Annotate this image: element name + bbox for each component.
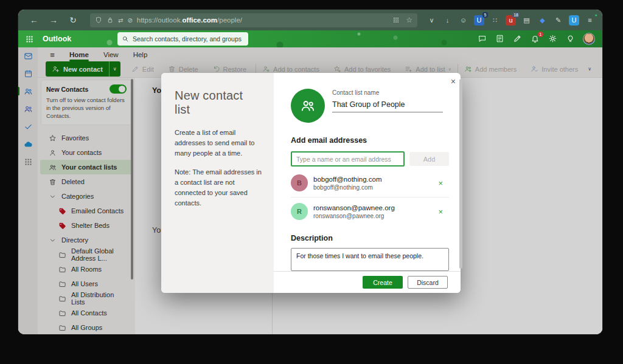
ublock-lite-icon[interactable]: U5 [474, 15, 484, 26]
new-contact-list-dialog: New contact list Create a list of email … [161, 73, 461, 293]
dialog-title: New contact list [175, 89, 262, 117]
browser-toolbar: ← → ↻ ⇄ ⊘ https://outlook.office.com/peo… [18, 10, 602, 30]
containers-icon[interactable] [392, 16, 400, 24]
member-email: ronswanson@pawnee.org [313, 213, 395, 219]
lock-icon[interactable] [106, 16, 114, 24]
member-avatar: R [291, 203, 308, 220]
description-heading: Description [291, 234, 449, 242]
contact-list-member-row: R ronswanson@pawnee.orgronswanson@pawnee… [291, 197, 449, 225]
compose-icon[interactable]: ✎ [553, 15, 563, 26]
addon-diamond-icon[interactable]: ◆ [537, 15, 548, 26]
download-icon[interactable]: ↓ [442, 15, 453, 26]
app-area: ≡ HomeViewHelp New contact ∨ Edit Delete [18, 47, 602, 334]
member-name: ronswanson@pawnee.org [313, 204, 395, 211]
search-input[interactable] [133, 35, 244, 43]
shield-icon[interactable] [95, 16, 102, 24]
contact-list-name-field: Contact list name [332, 89, 443, 123]
u-extension-icon[interactable]: U [569, 15, 579, 26]
browser-extension-icons: ∨ ↓ ☺ U5 ∷ u18 ▤ ◆ ✎ U ≡● [426, 15, 595, 26]
app-title: Outlook [43, 35, 71, 43]
close-icon[interactable]: × [451, 77, 456, 86]
forward-icon[interactable]: → [46, 13, 61, 27]
ublock-origin-icon[interactable]: u18 [506, 15, 516, 26]
description-textarea[interactable]: For those times I want to email these pe… [291, 248, 449, 271]
member-email: bobgoff@nothing.com [313, 184, 381, 191]
browser-window: ← → ↻ ⇄ ⊘ https://outlook.office.com/peo… [18, 10, 602, 334]
sidebar-panels-icon[interactable]: ▤ [521, 15, 532, 26]
chat-icon[interactable] [478, 34, 487, 44]
dialog-info-panel: New contact list Create a list of email … [161, 73, 274, 293]
outlook-suite-header: Outlook 1 [18, 30, 602, 47]
member-list: B bobgoff@nothing.combobgoff@nothing.com… [291, 169, 449, 225]
reload-icon[interactable]: ↻ [66, 13, 80, 27]
back-icon[interactable]: ← [27, 13, 41, 27]
contact-list-member-row: B bobgoff@nothing.combobgoff@nothing.com… [291, 169, 449, 197]
tips-icon[interactable] [566, 34, 576, 44]
search-box[interactable] [117, 32, 248, 46]
member-name: bobgoff@nothing.com [313, 176, 381, 183]
blocked-icon[interactable]: ⊘ [127, 17, 132, 24]
address-bar[interactable]: ⇄ ⊘ https://outlook.office.com/people/ ☆ [90, 13, 417, 27]
office-apps-icon[interactable] [495, 34, 505, 44]
dialog-footer: Create Discard [274, 271, 461, 293]
dialog-note-text: Note: The email addresses in a contact l… [175, 167, 262, 208]
settings-icon[interactable] [548, 34, 558, 44]
feedback-icon[interactable] [513, 34, 523, 44]
swap-icon[interactable]: ⇄ [118, 17, 123, 24]
add-emails-heading: Add email addresses [291, 136, 449, 145]
contact-list-avatar [291, 89, 325, 123]
extensions-icon[interactable]: ∷ [490, 15, 500, 26]
add-button[interactable]: Add [409, 152, 449, 166]
pocket-icon[interactable]: ∨ [426, 15, 437, 26]
dialog-scrollbar[interactable] [459, 79, 462, 269]
remove-member-icon[interactable]: × [438, 179, 443, 187]
member-avatar: B [291, 174, 308, 191]
contact-list-name-input[interactable] [332, 96, 443, 112]
people-icon [300, 98, 316, 114]
email-address-input[interactable] [291, 151, 405, 167]
bookmark-star-icon[interactable]: ☆ [406, 16, 412, 24]
discard-button[interactable]: Discard [408, 276, 448, 289]
account-icon[interactable]: ☺ [458, 15, 468, 26]
remove-member-icon[interactable]: × [438, 208, 443, 216]
notifications-icon[interactable]: 1 [531, 34, 540, 44]
app-launcher-icon[interactable] [25, 35, 34, 44]
name-field-label: Contact list name [332, 89, 443, 96]
menu-icon[interactable]: ≡● [585, 15, 595, 26]
suite-header-icons: 1 [478, 34, 576, 44]
dialog-intro-text: Create a list of email addresses to send… [175, 128, 262, 159]
dialog-form-panel: × Contact list name Add email addresses … [274, 73, 464, 293]
search-icon [122, 35, 129, 43]
user-avatar[interactable] [583, 33, 595, 45]
create-button[interactable]: Create [363, 276, 403, 289]
url-text[interactable]: https://outlook.office.com/people/ [137, 16, 388, 24]
